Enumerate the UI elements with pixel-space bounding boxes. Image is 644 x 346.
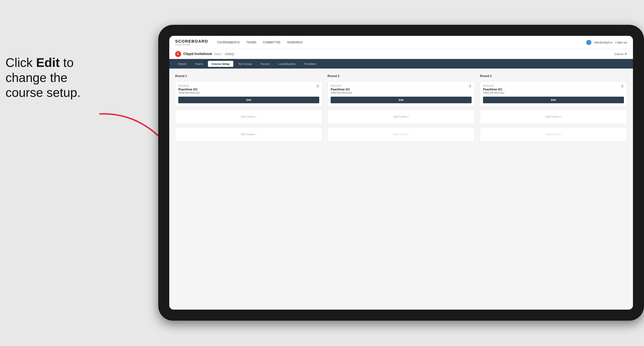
nav-rankings[interactable]: RANKINGS xyxy=(287,40,303,45)
tablet-device: SCOREBOARD Powered by clippd TOURNAMENTS… xyxy=(158,25,644,321)
round-1-add-course-2[interactable]: Add Course + xyxy=(175,127,322,142)
round-3-course-name: Peachtree GC xyxy=(483,88,624,91)
nav-tournaments[interactable]: TOURNAMENTS xyxy=(217,40,240,45)
round-2-add-course-2: Add Course + xyxy=(328,127,475,142)
nav-links: TOURNAMENTS TEAMS COMMITTEE RANKINGS xyxy=(217,40,303,45)
round-2-course-name: Peachtree GC xyxy=(331,88,472,91)
round-2-add-course-1[interactable]: Add Course + xyxy=(328,109,475,124)
main-content: Round 1 🗑 (Course A) Peachtree GC Yellow… xyxy=(169,69,633,310)
round-3-course-card: 🗑 (Course A) Peachtree GC Yellow (M) (66… xyxy=(480,81,627,106)
scoreboard-title: SCOREBOARD xyxy=(175,39,208,44)
round-3-add-course-1[interactable]: Add Course + xyxy=(480,109,627,124)
tournament-bar: C Clippd Invitational (Men) Hosting Canc… xyxy=(169,49,633,59)
nav-teams[interactable]: TEAMS xyxy=(246,40,256,45)
instruction-bold: Edit xyxy=(36,55,60,69)
round-1-add-course-2-label: Add Course + xyxy=(241,133,257,136)
round-1-course-name: Peachtree GC xyxy=(178,88,319,91)
round-2-column: Round 2 🗑 (Course A) Peachtree GC Yellow… xyxy=(328,74,475,142)
round-3-course-details: Yellow (M) (6629 yds) xyxy=(483,92,624,94)
navbar-right: blair@clippd.io | Sign out xyxy=(586,40,627,45)
round-3-column: Round 3 🗑 (Course A) Peachtree GC Yellow… xyxy=(480,74,627,142)
round-1-course-details: Yellow (M) (6629 yds) xyxy=(178,92,319,94)
tournament-logo: C xyxy=(175,51,181,57)
round-1-course-label: (Course A) xyxy=(178,85,319,87)
round-3-title: Round 3 xyxy=(480,74,627,78)
round-1-column: Round 1 🗑 (Course A) Peachtree GC Yellow… xyxy=(175,74,322,142)
round-1-add-course-1-label: Add Course + xyxy=(241,115,257,118)
round-2-edit-button[interactable]: Edit xyxy=(331,97,472,103)
tabs-bar: Details Teams Course Setup Tee Groups Re… xyxy=(169,59,633,69)
round-2-delete-button[interactable]: 🗑 xyxy=(468,84,472,88)
tab-results[interactable]: Results xyxy=(257,61,274,67)
tab-details[interactable]: Details xyxy=(174,61,190,67)
tournament-gender: (Men) xyxy=(214,52,221,55)
cancel-button[interactable]: Cancel ✕ xyxy=(614,52,627,56)
tab-course-setup[interactable]: Course Setup xyxy=(208,61,233,67)
tournament-info: C Clippd Invitational (Men) Hosting xyxy=(175,51,235,57)
round-2-add-course-2-label: Add Course + xyxy=(393,133,409,136)
round-1-add-course-1[interactable]: Add Course + xyxy=(175,109,322,124)
user-avatar xyxy=(586,40,592,45)
hosting-badge: Hosting xyxy=(224,52,235,56)
round-1-title: Round 1 xyxy=(175,74,322,78)
round-2-add-course-1-label: Add Course + xyxy=(393,115,409,118)
cancel-icon: ✕ xyxy=(624,52,627,56)
nav-committee[interactable]: COMMITTEE xyxy=(263,40,280,45)
round-1-delete-button[interactable]: 🗑 xyxy=(316,84,320,88)
round-1-edit-button[interactable]: Edit xyxy=(178,97,319,103)
tab-leaderboards[interactable]: Leaderboards xyxy=(275,61,299,67)
round-2-course-label: (Course A) xyxy=(331,85,472,87)
round-2-course-card: 🗑 (Course A) Peachtree GC Yellow (M) (66… xyxy=(328,81,475,106)
scoreboard-logo: SCOREBOARD Powered by clippd xyxy=(175,39,208,46)
tab-teams[interactable]: Teams xyxy=(191,61,207,67)
sign-out-link[interactable]: | Sign out xyxy=(616,41,627,44)
round-3-delete-button[interactable]: 🗑 xyxy=(620,84,625,88)
round-2-title: Round 2 xyxy=(328,74,475,78)
rounds-grid: Round 1 🗑 (Course A) Peachtree GC Yellow… xyxy=(175,74,627,142)
round-3-add-course-2-label: Add Course + xyxy=(546,133,562,136)
round-3-add-course-1-label: Add Course + xyxy=(546,115,562,118)
round-1-course-card: 🗑 (Course A) Peachtree GC Yellow (M) (66… xyxy=(175,81,322,106)
user-email: blair@clippd.io xyxy=(594,41,612,44)
navbar-left: SCOREBOARD Powered by clippd TOURNAMENTS… xyxy=(175,39,303,46)
round-3-edit-button[interactable]: Edit xyxy=(483,97,624,103)
tab-tee-groups[interactable]: Tee Groups xyxy=(234,61,256,67)
round-3-course-label: (Course A) xyxy=(483,85,624,87)
tournament-name: Clippd Invitational xyxy=(183,52,212,56)
tab-printables[interactable]: Printables xyxy=(300,61,320,67)
instruction-text: Click Edit to change the course setup. xyxy=(6,55,112,100)
round-2-course-details: Yellow (M) (6629 yds) xyxy=(331,92,472,94)
top-navbar: SCOREBOARD Powered by clippd TOURNAMENTS… xyxy=(169,36,633,49)
round-3-add-course-2: Add Course + xyxy=(480,127,627,142)
scoreboard-subtitle: Powered by clippd xyxy=(175,44,208,46)
tablet-screen: SCOREBOARD Powered by clippd TOURNAMENTS… xyxy=(169,36,633,310)
